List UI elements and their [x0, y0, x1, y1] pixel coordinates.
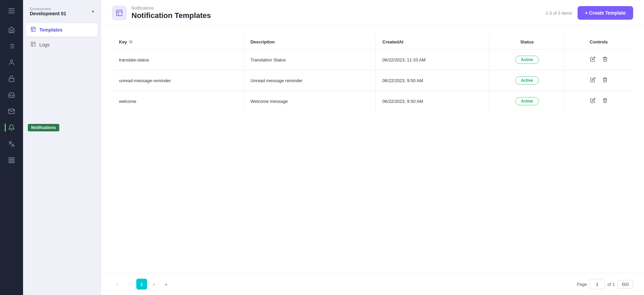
- date-cell: 06/22/2023, 9:50 AM: [376, 91, 489, 112]
- controls-cell: [565, 70, 633, 91]
- items-count: 1-3 of 3 items: [545, 11, 572, 16]
- create-template-button[interactable]: + Create Template: [578, 6, 633, 20]
- bell-nav-icon[interactable]: Notifications: [5, 121, 18, 134]
- desc-cell: Unread message reminder: [243, 70, 375, 91]
- table-area: Key ⊟ Description CreatedAt Status Contr…: [101, 26, 644, 273]
- first-page-button[interactable]: «: [112, 279, 123, 290]
- edit-button-row-0[interactable]: [589, 55, 597, 64]
- mail-nav-icon[interactable]: [5, 105, 18, 118]
- user-nav-icon[interactable]: [5, 56, 18, 69]
- header-right: 1-3 of 3 items + Create Template: [545, 6, 633, 20]
- sidebar-item-templates[interactable]: Templates: [26, 23, 98, 37]
- svg-rect-2: [8, 13, 15, 13]
- grid-nav-icon[interactable]: [5, 153, 18, 167]
- hamburger-menu[interactable]: [5, 4, 18, 18]
- next-page-button[interactable]: ›: [148, 279, 159, 290]
- delete-button-row-1[interactable]: [601, 76, 609, 85]
- of-label: of 1: [607, 282, 615, 287]
- col-description: Description: [243, 35, 375, 50]
- templates-label: Templates: [39, 27, 62, 33]
- breadcrumb: Notifications: [132, 6, 211, 11]
- header-left: Notifications Notification Templates: [112, 5, 211, 20]
- page-header: Notifications Notification Templates 1-3…: [101, 0, 644, 26]
- table-row: welcome Welcome message 06/22/2023, 9:50…: [112, 91, 633, 112]
- edit-button-row-2[interactable]: [589, 96, 597, 106]
- desc-cell: Translation Status: [243, 50, 375, 70]
- prev-page-button[interactable]: ‹: [124, 279, 135, 290]
- table-row: unread-message-reminder Unread message r…: [112, 70, 633, 91]
- delete-button-row-0[interactable]: [601, 55, 609, 64]
- filter-icon[interactable]: ⊟: [129, 40, 132, 44]
- status-badge: Active: [515, 76, 539, 85]
- list-nav-icon[interactable]: [5, 39, 18, 53]
- env-name: Development 01: [30, 11, 66, 16]
- delete-button-row-2[interactable]: [601, 96, 609, 106]
- sidebar-item-logs[interactable]: Logs: [26, 38, 98, 52]
- svg-rect-13: [12, 161, 14, 163]
- table-row: translate-status Translation Status 06/2…: [112, 50, 633, 70]
- templates-icon: [31, 26, 36, 33]
- table-header-row: Key ⊟ Description CreatedAt Status Contr…: [112, 35, 633, 50]
- header-text-block: Notifications Notification Templates: [132, 6, 211, 20]
- lock-nav-icon[interactable]: [5, 72, 18, 86]
- translate-nav-icon[interactable]: [5, 137, 18, 151]
- status-cell: Active: [489, 70, 565, 91]
- status-badge: Active: [515, 97, 539, 105]
- page-1-button[interactable]: 1: [136, 279, 147, 290]
- environment-selector[interactable]: Environment Development 01 ▾: [26, 4, 98, 19]
- edit-button-row-1[interactable]: [589, 76, 597, 85]
- svg-rect-12: [12, 158, 14, 160]
- col-controls: Controls: [565, 35, 633, 50]
- chevron-down-icon: ▾: [92, 9, 94, 14]
- key-cell: unread-message-reminder: [112, 70, 244, 91]
- pagination-area: « ‹ 1 › » Page of 1 GO: [101, 273, 644, 295]
- date-cell: 06/22/2023, 9:50 AM: [376, 70, 489, 91]
- sidebar: Environment Development 01 ▾ Templates L…: [23, 0, 101, 295]
- svg-rect-18: [31, 42, 35, 46]
- controls-cell: [565, 50, 633, 70]
- col-created-at: CreatedAt: [376, 35, 489, 50]
- home-nav-icon[interactable]: [5, 23, 18, 37]
- status-cell: Active: [489, 91, 565, 112]
- controls-cell: [565, 91, 633, 112]
- page-label: Page: [577, 282, 587, 287]
- date-cell: 06/22/2023, 11:33 AM: [376, 50, 489, 70]
- main-content: Notifications Notification Templates 1-3…: [101, 0, 644, 295]
- status-badge: Active: [515, 56, 539, 64]
- go-button[interactable]: GO: [618, 280, 633, 289]
- svg-rect-11: [9, 158, 11, 160]
- col-key: Key ⊟: [112, 35, 244, 50]
- col-status: Status: [489, 35, 565, 50]
- svg-rect-0: [8, 8, 15, 9]
- status-cell: Active: [489, 50, 565, 70]
- env-label: Environment: [30, 7, 66, 11]
- page-number-input[interactable]: [590, 279, 605, 289]
- templates-table: Key ⊟ Description CreatedAt Status Contr…: [112, 34, 633, 112]
- svg-rect-21: [117, 10, 122, 16]
- nav-bar: Notifications: [0, 0, 23, 295]
- pagination-right: Page of 1 GO: [577, 279, 633, 289]
- stack-nav-icon[interactable]: [5, 88, 18, 102]
- svg-point-9: [11, 60, 13, 62]
- svg-rect-1: [8, 11, 15, 11]
- svg-rect-15: [31, 27, 35, 31]
- logs-icon: [31, 41, 36, 48]
- svg-rect-10: [9, 78, 14, 81]
- last-page-button[interactable]: »: [161, 279, 172, 290]
- logs-label: Logs: [39, 42, 49, 48]
- key-cell: welcome: [112, 91, 244, 112]
- page-title: Notification Templates: [132, 11, 211, 20]
- key-cell: translate-status: [112, 50, 244, 70]
- pagination-buttons: « ‹ 1 › »: [112, 279, 172, 290]
- svg-rect-14: [9, 161, 11, 163]
- header-icon: [112, 5, 127, 20]
- desc-cell: Welcome message: [243, 91, 375, 112]
